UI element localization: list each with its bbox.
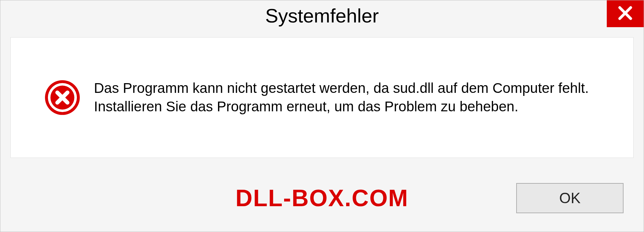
dialog-footer: DLL-BOX.COM OK [0, 165, 644, 232]
error-icon [44, 79, 80, 116]
watermark-text: DLL-BOX.COM [235, 185, 409, 212]
close-button[interactable] [607, 0, 644, 27]
error-message: Das Programm kann nicht gestartet werden… [94, 79, 613, 116]
close-icon [616, 4, 635, 24]
error-dialog: Systemfehler Das Programm kann [0, 0, 644, 232]
titlebar: Systemfehler [0, 0, 644, 31]
ok-button[interactable]: OK [516, 183, 624, 213]
content-wrapper: Das Programm kann nicht gestartet werden… [0, 31, 644, 165]
content-panel: Das Programm kann nicht gestartet werden… [10, 37, 634, 158]
dialog-title: Systemfehler [265, 4, 379, 27]
